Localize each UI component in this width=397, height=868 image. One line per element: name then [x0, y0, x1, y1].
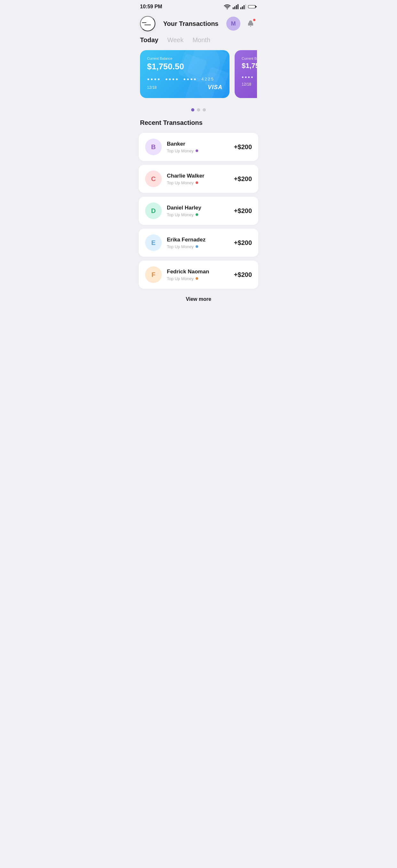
svg-rect-1 [234, 6, 235, 9]
signal-icon [233, 4, 238, 9]
tx-name-erika: Erika Fernadez [167, 237, 229, 243]
cards-section: Current Balance $1,750.50 ●●●● ●●●● ●●●●… [132, 50, 265, 104]
tx-name-banker: Banker [167, 141, 229, 147]
tx-type-erika: Top Up Money [167, 244, 194, 249]
tx-dot-fedrick [196, 277, 198, 280]
tx-avatar-charlie: C [145, 170, 162, 187]
transactions-list: B Banker Top Up Money +$200 C Charlie Wa… [132, 133, 265, 289]
card-2-number: ●●●● ●●●● ●●●● 4225 [242, 75, 257, 79]
tx-avatar-fedrick: F [145, 266, 162, 283]
card-2-label: Current Balance [242, 57, 257, 60]
avatar[interactable]: M [226, 17, 240, 31]
recent-transactions-title: Recent Transactions [132, 119, 265, 133]
tx-type-banker: Top Up Money [167, 149, 194, 153]
wifi-icon [224, 4, 231, 9]
svg-rect-0 [233, 7, 234, 9]
tx-type-row-fedrick: Top Up Money [167, 276, 229, 281]
tx-name-daniel: Daniel Harley [167, 205, 229, 211]
page-title: Your Transactions [163, 20, 218, 28]
svg-rect-2 [236, 5, 237, 9]
tx-avatar-erika: E [145, 235, 162, 251]
notification-dot [253, 19, 256, 21]
tab-month[interactable]: Month [192, 36, 210, 44]
tx-name-fedrick: Fedrick Naoman [167, 269, 229, 275]
transaction-item[interactable]: E Erika Fernadez Top Up Money +$200 [139, 229, 258, 257]
tabs: Today Week Month [132, 36, 265, 50]
tx-dot-banker [196, 150, 198, 152]
status-time: 10:59 PM [140, 4, 162, 9]
dot-2 [197, 108, 200, 112]
svg-rect-7 [245, 4, 246, 9]
tx-type-charlie: Top Up Money [167, 180, 194, 185]
header-actions: M [226, 17, 257, 31]
card-2[interactable]: Current Balance $1,750.50 ●●●● ●●●● ●●●●… [235, 50, 257, 98]
tx-info-erika: Erika Fernadez Top Up Money [167, 237, 229, 249]
card-1-footer: 12/18 VISA [147, 84, 223, 91]
tx-type-row-daniel: Top Up Money [167, 212, 229, 217]
cards-row[interactable]: Current Balance $1,750.50 ●●●● ●●●● ●●●●… [140, 50, 257, 99]
card-1-label: Current Balance [147, 57, 223, 60]
card-2-expiry: 12/18 [242, 82, 251, 87]
tx-info-charlie: Charlie Walker Top Up Money [167, 173, 229, 185]
tab-week[interactable]: Week [167, 36, 183, 44]
transaction-item[interactable]: D Daniel Harley Top Up Money +$200 [139, 197, 258, 225]
tx-info-daniel: Daniel Harley Top Up Money [167, 205, 229, 217]
tx-amount-erika: +$200 [234, 239, 252, 247]
tx-dot-daniel [196, 213, 198, 216]
card-1-balance: $1,750.50 [147, 62, 223, 71]
svg-rect-5 [242, 6, 243, 9]
dot-1 [191, 108, 194, 112]
notification-button[interactable] [244, 17, 257, 30]
tx-amount-banker: +$200 [234, 144, 252, 151]
tx-info-fedrick: Fedrick Naoman Top Up Money [167, 269, 229, 281]
svg-rect-10 [256, 6, 257, 7]
signal2-icon [240, 4, 246, 9]
header: Your Transactions M [132, 12, 265, 36]
card-1-expiry: 12/18 [147, 85, 157, 90]
view-more-button[interactable]: View more [186, 297, 211, 302]
status-icons [224, 4, 257, 9]
card-2-footer: 12/18 VISA [242, 82, 257, 87]
menu-line-mid [144, 25, 151, 25]
tx-info-banker: Banker Top Up Money [167, 141, 229, 153]
tx-avatar-banker: B [145, 138, 162, 155]
card-1[interactable]: Current Balance $1,750.50 ●●●● ●●●● ●●●●… [140, 50, 229, 98]
svg-rect-4 [240, 7, 241, 9]
view-more-row: View more [132, 289, 265, 312]
battery-icon [248, 4, 257, 9]
transaction-item[interactable]: B Banker Top Up Money +$200 [139, 133, 258, 161]
status-bar: 10:59 PM [132, 0, 265, 12]
menu-line-top [142, 22, 146, 23]
tx-avatar-daniel: D [145, 203, 162, 219]
menu-button[interactable] [140, 16, 155, 31]
tx-amount-fedrick: +$200 [234, 271, 252, 278]
tx-type-fedrick: Top Up Money [167, 276, 194, 281]
tx-dot-erika [196, 245, 198, 248]
tx-name-charlie: Charlie Walker [167, 173, 229, 179]
card-2-balance: $1,750.50 [242, 62, 257, 70]
tx-type-row-erika: Top Up Money [167, 244, 229, 249]
tx-amount-daniel: +$200 [234, 207, 252, 215]
transaction-item[interactable]: C Charlie Walker Top Up Money +$200 [139, 165, 258, 193]
tx-type-daniel: Top Up Money [167, 212, 194, 217]
tx-type-row-charlie: Top Up Money [167, 180, 229, 185]
tab-today[interactable]: Today [140, 36, 158, 44]
carousel-dots [132, 104, 265, 119]
svg-rect-6 [244, 5, 245, 9]
svg-rect-3 [237, 4, 238, 9]
tx-type-row-banker: Top Up Money [167, 149, 229, 153]
card-1-brand: VISA [208, 84, 223, 91]
transaction-item[interactable]: F Fedrick Naoman Top Up Money +$200 [139, 260, 258, 289]
tx-dot-charlie [196, 181, 198, 184]
svg-rect-11 [248, 5, 255, 8]
dot-3 [203, 108, 206, 112]
tx-amount-charlie: +$200 [234, 175, 252, 183]
card-1-number: ●●●● ●●●● ●●●● 4225 [147, 76, 223, 82]
